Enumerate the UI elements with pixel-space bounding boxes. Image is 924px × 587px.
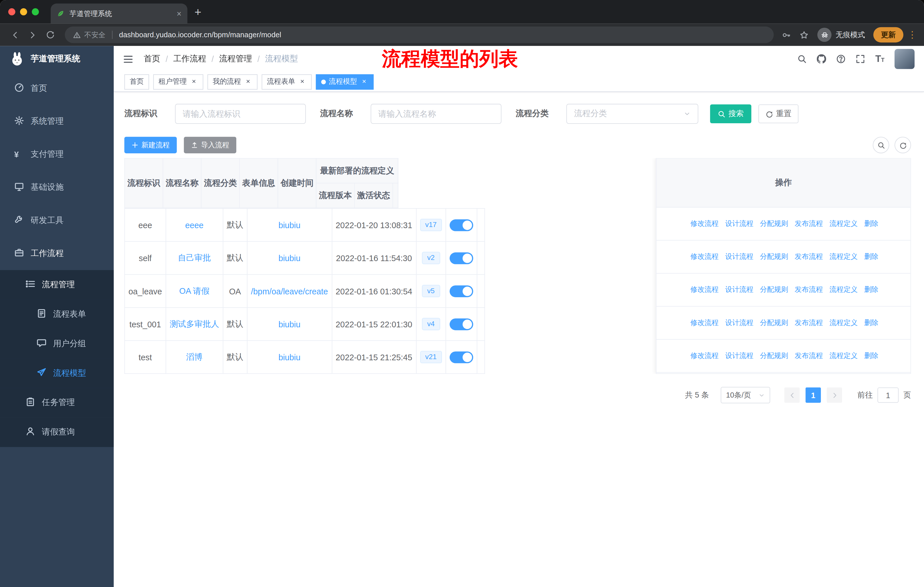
active-toggle[interactable] [450,252,473,264]
create-process-button[interactable]: 新建流程 [124,137,177,153]
sidebar-item-payment-management[interactable]: ¥支付管理 [0,138,114,171]
goto-page-input[interactable] [877,387,899,403]
page-size-select[interactable]: 10条/页 [721,387,770,403]
assign-rule-link[interactable]: 分配规则 [758,351,788,361]
update-button[interactable]: 更新 [873,27,903,42]
help-icon[interactable] [837,54,846,64]
edit-process-link[interactable]: 修改流程 [688,285,719,295]
edit-process-link[interactable]: 修改流程 [688,219,719,229]
user-avatar[interactable] [894,49,914,69]
tag-tenant-management[interactable]: 租户管理× [153,74,203,89]
process-name-link[interactable]: 自己审批 [178,253,211,262]
tag-my-process[interactable]: 我的流程× [207,74,257,89]
font-size-icon[interactable]: TT [875,54,884,64]
back-button[interactable] [7,27,22,42]
form-info-link[interactable]: biubiu [279,253,300,263]
edit-process-link[interactable]: 修改流程 [688,252,719,262]
sidebar-item-infrastructure[interactable]: 基础设施 [0,171,114,204]
sidebar-item-workflow[interactable]: 工作流程 [0,237,114,270]
assign-rule-link[interactable]: 分配规则 [758,219,788,229]
tag-close-icon[interactable]: × [190,78,198,86]
breadcrumb-item[interactable]: 工作流程 [173,54,206,64]
form-info-link[interactable]: biubiu [279,319,300,329]
assign-rule-link[interactable]: 分配规则 [758,252,788,262]
publish-process-link[interactable]: 发布流程 [793,318,823,328]
version-badge[interactable]: v21 [420,351,442,364]
active-toggle[interactable] [450,318,473,330]
active-toggle[interactable] [450,351,473,363]
edit-process-link[interactable]: 修改流程 [688,351,719,361]
browser-tab[interactable]: 芋道管理系统 × [51,3,187,23]
process-name-link[interactable]: OA 请假 [179,286,210,295]
delete-link[interactable]: 删除 [863,219,878,229]
tab-close-icon[interactable]: × [177,9,182,18]
publish-process-link[interactable]: 发布流程 [793,351,823,361]
app-logo[interactable]: 芋道管理系统 [0,46,114,72]
sidebar-item-leave-query[interactable]: 请假查询 [0,418,114,447]
design-process-link[interactable]: 设计流程 [723,318,753,328]
design-process-link[interactable]: 设计流程 [723,252,753,262]
browser-menu-icon[interactable]: ⋮ [908,30,917,40]
forward-button[interactable] [25,27,40,42]
process-definition-link[interactable]: 流程定义 [828,219,858,229]
process-key-input[interactable] [175,104,306,124]
design-process-link[interactable]: 设计流程 [723,285,753,295]
refresh-table-button[interactable] [894,137,911,153]
sidebar-item-process-management[interactable]: 流程管理 [0,270,114,299]
window-close-button[interactable] [8,8,15,15]
delete-link[interactable]: 删除 [863,351,878,361]
search-button[interactable]: 搜索 [710,104,751,123]
delete-link[interactable]: 删除 [863,252,878,262]
delete-link[interactable]: 删除 [863,285,878,295]
process-category-select[interactable]: 流程分类 [566,104,698,124]
tag-close-icon[interactable]: × [298,78,307,86]
edit-process-link[interactable]: 修改流程 [688,318,719,328]
design-process-link[interactable]: 设计流程 [723,351,753,361]
process-name-link[interactable]: 滔博 [186,352,203,361]
process-definition-link[interactable]: 流程定义 [828,252,858,262]
key-icon[interactable] [779,27,794,42]
page-number-button[interactable]: 1 [805,387,821,403]
hamburger-icon[interactable] [123,54,133,64]
version-badge[interactable]: v5 [422,284,440,297]
github-icon[interactable] [817,54,826,64]
design-process-link[interactable]: 设计流程 [723,219,753,229]
window-zoom-button[interactable] [32,8,39,15]
publish-process-link[interactable]: 发布流程 [793,219,823,229]
prev-page-button[interactable] [784,387,799,403]
process-name-input[interactable] [371,104,502,124]
delete-link[interactable]: 删除 [863,318,878,328]
sidebar-item-system-management[interactable]: 系统管理 [0,105,114,138]
process-name-link[interactable]: 测试多审批人 [170,319,219,328]
form-info-link[interactable]: /bpm/oa/leave/create [251,286,328,296]
publish-process-link[interactable]: 发布流程 [793,252,823,262]
sidebar-item-dev-tools[interactable]: 研发工具 [0,204,114,237]
form-info-link[interactable]: biubiu [279,352,300,362]
address-bar[interactable]: 不安全 dashboard.yudao.iocoder.cn/bpm/manag… [65,26,774,43]
breadcrumb-item[interactable]: 流程管理 [219,54,252,64]
sidebar-item-home[interactable]: 首页 [0,72,114,105]
reload-button[interactable] [42,27,58,42]
assign-rule-link[interactable]: 分配规则 [758,285,788,295]
version-badge[interactable]: v2 [422,251,440,264]
reset-button[interactable]: 重置 [759,104,799,123]
active-toggle[interactable] [450,285,473,297]
sidebar-item-process-form[interactable]: 流程表单 [0,299,114,329]
tag-process-model[interactable]: 流程模型× [316,74,374,89]
bookmark-star-icon[interactable] [796,27,812,42]
tag-home[interactable]: 首页 [124,74,149,89]
security-warning-icon[interactable] [73,31,81,39]
toggle-search-button[interactable] [873,137,889,153]
sidebar-item-user-group[interactable]: 用户分组 [0,329,114,359]
import-process-button[interactable]: 导入流程 [184,137,236,153]
next-page-button[interactable] [827,387,842,403]
process-definition-link[interactable]: 流程定义 [828,318,858,328]
process-name-link[interactable]: eeee [185,220,204,230]
tag-close-icon[interactable]: × [244,78,252,86]
new-tab-button[interactable]: + [195,5,201,18]
process-definition-link[interactable]: 流程定义 [828,285,858,295]
assign-rule-link[interactable]: 分配规则 [758,318,788,328]
sidebar-item-process-model[interactable]: 流程模型 [0,359,114,388]
form-info-link[interactable]: biubiu [279,220,300,230]
process-definition-link[interactable]: 流程定义 [828,351,858,361]
